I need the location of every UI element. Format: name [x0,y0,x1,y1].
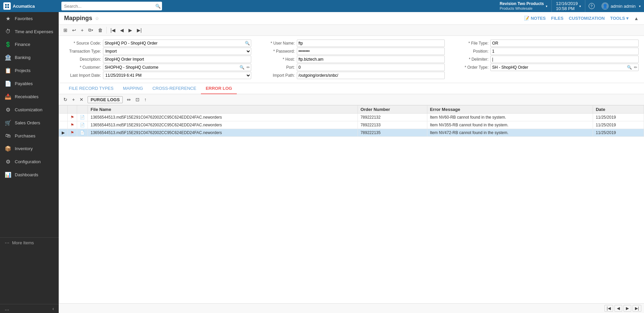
user-menu[interactable]: 👤 admin admin ▾ [598,0,644,12]
position-label: Position: [451,49,488,54]
pag-prev-button[interactable]: ◀ [614,305,622,312]
logo[interactable]: Acumatica [0,2,59,10]
fit-columns-button[interactable]: ⇔ [125,96,133,104]
search-input[interactable] [61,2,162,10]
th-error-message[interactable]: Error Message [427,106,593,114]
table-row[interactable]: ⚑ 📄 13656544513.md5F15E291C04762002CC95C… [59,114,644,121]
more-items-button[interactable]: ⋯ More Items [0,237,59,248]
favorite-star-button[interactable]: ☆ [95,16,99,21]
search-button[interactable]: 🔍 [155,4,161,9]
form-grid: * Source Code: 🔍 Transaction Type: Impor… [64,39,639,79]
th-filename[interactable]: File Name [88,106,358,114]
sidebar-item-receivables[interactable]: 📥 Receivables [0,90,59,103]
tenant-selector[interactable]: Revision Two Products Products Wholesale… [496,0,552,12]
password-label: * Password: [258,49,295,54]
sidebar-item-configuration[interactable]: ⚙ Configuration [0,155,59,168]
sidebar-item-sales-orders[interactable]: 🛒 Sales Orders [0,116,59,129]
source-code-input[interactable] [103,40,244,47]
tools-button[interactable]: TOOLS ▾ [610,16,629,21]
layout-button[interactable]: ⊞ [61,26,69,34]
sidebar-item-finance[interactable]: 💲 Finance [0,38,59,51]
sidebar-item-customization[interactable]: ⚙ Customization [0,103,59,116]
position-input[interactable] [490,48,639,55]
form-collapse-button[interactable]: ▲ [634,16,639,21]
description-input[interactable] [103,56,251,63]
order-type-input[interactable] [491,64,626,71]
datetime-selector[interactable]: 12/16/2019 10:58 PM ▾ [552,0,585,12]
tab-cross-reference[interactable]: CROSS-REFERENCE [148,83,201,94]
delimiter-input[interactable] [490,56,639,63]
sidebar-item-label-favorites: Favorites [15,16,33,21]
notes-button[interactable]: 📝 NOTES [524,16,546,21]
prev-button[interactable]: ◀ [118,26,126,34]
nav-right: Revision Two Products Products Wholesale… [496,0,644,12]
table-row[interactable]: ▶ ⚑ 📄 13656544513.md5F15E291C04762002CC9… [59,129,644,137]
upload-button[interactable]: ↑ [142,96,149,104]
sidebar-item-payables[interactable]: 📄 Payables [0,77,59,90]
customer-row: * Customer: 🔍 ✏ [64,63,251,71]
files-button[interactable]: FILES [551,16,564,21]
import-path-input[interactable] [297,72,445,79]
sidebar-item-label-configuration: Configuration [15,159,41,164]
tab-error-log[interactable]: ERROR LOG [201,83,237,94]
last-button[interactable]: ▶| [135,26,144,34]
export-button[interactable]: ⊡ [133,96,142,104]
source-code-search-icon[interactable]: 🔍 [244,41,251,46]
tab-file-record-types[interactable]: FILE RECORD TYPES [64,83,118,94]
sidebar-collapse-button[interactable]: ... ‹ [0,304,59,313]
configuration-icon: ⚙ [5,159,11,165]
port-input[interactable] [297,64,445,71]
sidebar-item-projects[interactable]: 📋 Projects [0,64,59,77]
customer-label: * Customer: [64,65,101,70]
order-type-edit-icon[interactable]: ✏ [633,65,638,70]
sub-add-button[interactable]: + [70,96,77,104]
sidebar-item-dashboards[interactable]: 📊 Dashboards [0,168,59,181]
row-expand-1[interactable] [59,121,68,129]
transaction-type-select[interactable]: Import [103,48,251,55]
refresh-button[interactable]: ↻ [61,96,69,104]
sidebar-item-inventory[interactable]: 📦 Inventory [0,142,59,155]
th-date[interactable]: Date [593,106,644,114]
row-date-2: 11/25/2019 [593,129,644,137]
sub-delete-button[interactable]: ✕ [77,96,86,104]
customer-field: 🔍 ✏ [103,64,251,71]
user-name-input[interactable] [297,40,445,47]
datetime-text: 12/16/2019 10:58 PM [556,1,578,11]
customer-input[interactable] [103,64,238,71]
header-actions: 📝 NOTES FILES CUSTOMIZATION TOOLS ▾ ▲ [524,16,639,21]
copy-dropdown-button[interactable]: ⧉ ▾ [86,26,95,34]
next-button[interactable]: ▶ [126,26,134,34]
port-label: Port: [258,65,295,70]
password-input[interactable] [297,48,445,55]
undo-button[interactable]: ↩ [70,26,78,34]
pag-next-button[interactable]: ▶ [624,305,631,312]
sidebar-item-banking[interactable]: 🏦 Banking [0,51,59,64]
th-order-number[interactable]: Order Number [358,106,427,114]
add-button[interactable]: + [79,26,86,34]
search-area: 🔍 [61,2,162,10]
sub-toolbar: ↻ + ✕ PURGE LOGS ⇔ ⊡ ↑ [59,94,644,105]
th-docicon [77,106,88,114]
sidebar-item-time-expenses[interactable]: ⏱ Time and Expenses [0,25,59,38]
sidebar-item-favorites[interactable]: ★ Favorites [0,12,59,25]
customer-edit-icon[interactable]: ✏ [246,65,251,70]
tab-mapping[interactable]: MAPPING [118,83,148,94]
pag-last-button[interactable]: ▶| [633,305,641,312]
host-input[interactable] [297,56,445,63]
sidebar-item-purchases[interactable]: 🛍 Purchases [0,129,59,142]
pag-first-button[interactable]: |◀ [604,305,613,312]
row-expand-2[interactable]: ▶ [59,129,68,137]
order-type-search-icon[interactable]: 🔍 [626,65,633,70]
file-type-input[interactable] [490,40,639,47]
customization-button[interactable]: CUSTOMIZATION [569,16,605,21]
bottom-pagination-bar: |◀ ◀ ▶ ▶| [59,303,644,313]
row-expand-0[interactable] [59,114,68,121]
last-import-select[interactable]: 11/25/2019 6:41 PM [103,72,251,79]
customer-search-icon[interactable]: 🔍 [238,65,246,70]
row-filename-2: 13656544513.md5F15E291C04762002CC95C624E… [88,129,358,137]
purge-logs-button[interactable]: PURGE LOGS [88,96,123,103]
delete-button[interactable]: 🗑 [96,26,105,34]
table-row[interactable]: ⚑ 📄 13656544513.md5F15E291C04762002CC95C… [59,121,644,129]
first-button[interactable]: |◀ [108,26,117,34]
help-button[interactable]: ? [585,0,598,12]
